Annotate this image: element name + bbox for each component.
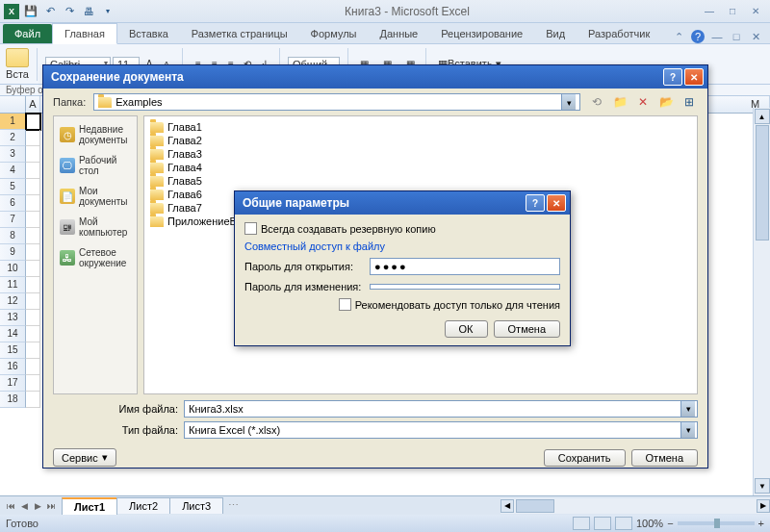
zoom-slider[interactable] [678, 521, 755, 525]
cell[interactable] [26, 375, 40, 392]
horizontal-scrollbar[interactable]: ◀ ▶ [500, 498, 770, 514]
list-item[interactable]: Глава3 [148, 147, 693, 161]
cell[interactable] [26, 392, 40, 408]
tab-pagelayout[interactable]: Разметка страницы [180, 24, 299, 43]
place-network[interactable]: 🖧Сетевое окружение [58, 243, 133, 272]
select-all-corner[interactable] [0, 96, 26, 113]
dialog-close-button[interactable]: ✕ [684, 68, 704, 86]
redo-icon[interactable]: ↷ [62, 4, 77, 19]
cell[interactable] [26, 244, 40, 261]
options-cancel-button[interactable]: Отмена [494, 320, 560, 338]
hscroll-thumb[interactable] [516, 499, 554, 513]
view-normal-icon[interactable] [573, 517, 590, 530]
cell[interactable] [26, 310, 40, 326]
row-header[interactable]: 17 [0, 375, 26, 392]
workbook-minimize-icon[interactable]: — [710, 30, 724, 43]
back-icon[interactable]: ⟲ [588, 93, 605, 111]
zoom-level[interactable]: 100% [636, 518, 663, 529]
tab-data[interactable]: Данные [368, 24, 429, 43]
workbook-maximize-icon[interactable]: □ [730, 30, 743, 43]
options-help-button[interactable]: ? [526, 194, 545, 212]
filename-input[interactable]: Книга3.xlsx [184, 400, 698, 418]
maximize-button[interactable]: □ [722, 4, 743, 19]
readonly-checkbox[interactable] [339, 298, 351, 311]
scroll-down-icon[interactable]: ▼ [755, 478, 770, 494]
cell[interactable] [26, 342, 40, 359]
place-desktop[interactable]: 🖵Рабочий стол [58, 151, 133, 180]
up-icon[interactable]: 📁 [611, 93, 629, 111]
list-item[interactable]: Глава4 [148, 161, 693, 174]
minimize-button[interactable]: — [699, 4, 720, 19]
cell[interactable] [26, 212, 40, 228]
sheet-nav-prev-icon[interactable]: ◀ [17, 501, 31, 511]
file-tab[interactable]: Файл [3, 24, 52, 43]
hscroll-left-icon[interactable]: ◀ [500, 499, 514, 513]
tab-review[interactable]: Рецензирование [429, 24, 534, 43]
cell[interactable] [26, 114, 40, 130]
row-header[interactable]: 6 [0, 195, 26, 212]
list-item[interactable]: Глава5 [148, 174, 693, 188]
sheet-tab-3[interactable]: Лист3 [169, 497, 223, 514]
zoom-out-icon[interactable]: − [667, 518, 673, 529]
cell[interactable] [26, 261, 40, 277]
row-header[interactable]: 9 [0, 244, 26, 261]
place-mydocs[interactable]: 📄Мои документы [58, 182, 133, 211]
file-sharing-link[interactable]: Совместный доступ к файлу [244, 241, 560, 252]
row-header[interactable]: 3 [0, 146, 26, 163]
hscroll-right-icon[interactable]: ▶ [757, 499, 770, 513]
cell[interactable] [26, 195, 40, 212]
view-pagelayout-icon[interactable] [594, 517, 611, 530]
cell[interactable] [26, 326, 40, 342]
views-icon[interactable]: ⊞ [680, 93, 698, 111]
sheet-tab-2[interactable]: Лист2 [116, 497, 170, 514]
cell[interactable] [26, 228, 40, 244]
cell[interactable] [26, 359, 40, 375]
col-header-a[interactable]: A [26, 96, 40, 113]
collapse-ribbon-icon[interactable]: ⌃ [672, 30, 685, 43]
sheet-tab-1[interactable]: Лист1 [62, 497, 117, 515]
options-ok-button[interactable]: ОК [445, 320, 488, 338]
folder-combo[interactable]: Examples [93, 93, 580, 111]
row-header[interactable]: 10 [0, 261, 26, 277]
save-button[interactable]: Сохранить [544, 449, 626, 467]
sheet-nav-first-icon[interactable]: ⏮ [4, 501, 17, 511]
service-button[interactable]: Сервис ▾ [53, 448, 116, 467]
row-header[interactable]: 4 [0, 163, 26, 179]
place-mycomp[interactable]: 🖳Мой компьютер [58, 213, 133, 241]
row-header[interactable]: 16 [0, 359, 26, 375]
cell[interactable] [26, 293, 40, 310]
cell[interactable] [26, 163, 40, 179]
vscroll-thumb[interactable] [756, 125, 769, 241]
list-item[interactable]: Глава1 [148, 120, 693, 134]
tab-view[interactable]: Вид [534, 24, 577, 43]
tab-home[interactable]: Главная [52, 23, 117, 44]
new-sheet-icon[interactable]: ⋯ [222, 499, 244, 512]
cell[interactable] [26, 179, 40, 195]
row-header[interactable]: 12 [0, 293, 26, 310]
filetype-combo[interactable]: Книга Excel (*.xlsx) [184, 421, 698, 439]
row-header[interactable]: 7 [0, 212, 26, 228]
scroll-up-icon[interactable]: ▲ [755, 109, 770, 124]
backup-checkbox[interactable] [244, 222, 257, 235]
list-item[interactable]: Глава2 [148, 134, 693, 147]
row-header[interactable]: 1 [0, 114, 26, 130]
view-pagebreak-icon[interactable] [615, 517, 632, 530]
pwd-modify-input[interactable] [370, 284, 560, 290]
close-button[interactable]: ✕ [745, 4, 766, 19]
tab-developer[interactable]: Разработчик [577, 24, 661, 43]
cell[interactable] [26, 277, 40, 293]
row-header[interactable]: 18 [0, 392, 26, 408]
cell[interactable] [26, 130, 40, 146]
newfolder-icon[interactable]: 📂 [657, 93, 675, 111]
row-header[interactable]: 2 [0, 130, 26, 146]
print-icon[interactable]: 🖶 [81, 4, 96, 19]
cancel-save-button[interactable]: Отмена [631, 449, 698, 467]
workbook-close-icon[interactable]: ✕ [749, 30, 762, 43]
zoom-in-icon[interactable]: + [758, 518, 764, 529]
cell[interactable] [26, 146, 40, 163]
vertical-scrollbar[interactable]: ▲ ▼ [753, 108, 770, 495]
row-header[interactable]: 11 [0, 277, 26, 293]
row-header[interactable]: 15 [0, 342, 26, 359]
row-header[interactable]: 5 [0, 179, 26, 195]
dialog-help-button[interactable]: ? [663, 68, 682, 86]
